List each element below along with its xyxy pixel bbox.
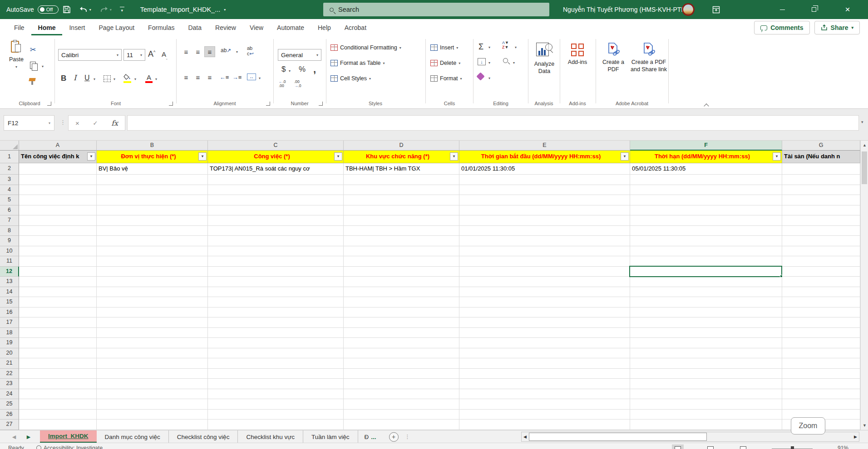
cell-F26[interactable] (630, 410, 782, 420)
undo-button[interactable]: ▾ (75, 0, 95, 19)
cell-C25[interactable] (208, 399, 344, 410)
italic-button[interactable]: I (74, 74, 76, 82)
cell-E8[interactable] (459, 226, 630, 236)
cell-A26[interactable] (19, 410, 97, 420)
cell-A19[interactable] (19, 338, 97, 348)
select-all-corner[interactable] (0, 141, 19, 151)
cell-D21[interactable] (344, 358, 459, 369)
cell-E20[interactable] (459, 348, 630, 359)
cell-A15[interactable] (19, 297, 97, 307)
increase-font-size-button[interactable]: A^ (148, 50, 155, 58)
cell-B6[interactable] (97, 205, 208, 216)
fill-button[interactable]: ↓ (478, 58, 486, 65)
percent-style-button[interactable]: % (299, 65, 306, 73)
cell-G19[interactable] (782, 338, 860, 348)
cell-A1[interactable]: Tên công việc định k▾ (19, 151, 97, 163)
align-left-button[interactable]: ≡ (181, 72, 192, 83)
cell-B22[interactable] (97, 369, 208, 379)
cell-A5[interactable] (19, 195, 97, 205)
cell-F22[interactable] (630, 369, 782, 379)
row-header-14[interactable]: 14 (0, 287, 19, 298)
cell-B13[interactable] (97, 277, 208, 287)
merge-center-button[interactable]: ↔ (247, 73, 256, 80)
cell-D10[interactable] (344, 246, 459, 257)
cell-B8[interactable] (97, 226, 208, 236)
cell-E10[interactable] (459, 246, 630, 257)
cell-G13[interactable] (782, 277, 860, 287)
cell-D23[interactable] (344, 379, 459, 389)
cell-B2[interactable]: BV| Bảo vệ (97, 163, 208, 175)
cell-C17[interactable] (208, 317, 344, 328)
cell-B11[interactable] (97, 256, 208, 267)
name-box[interactable]: F12 ▾ (4, 115, 54, 131)
cell-C8[interactable] (208, 226, 344, 236)
cell-E24[interactable] (459, 389, 630, 400)
cell-C10[interactable] (208, 246, 344, 257)
cell-A11[interactable] (19, 256, 97, 267)
ribbon-tab-acrobat[interactable]: Acrobat (338, 20, 373, 35)
sheet-tab-import_khdk[interactable]: Import_KHDK (40, 430, 97, 443)
cell-G6[interactable] (782, 205, 860, 216)
clear-dropdown-icon[interactable]: ▾ (488, 76, 490, 80)
cell-G16[interactable] (782, 307, 860, 318)
cell-E25[interactable] (459, 399, 630, 410)
cell-D5[interactable] (344, 195, 459, 205)
filter-dropdown-A[interactable]: ▾ (87, 152, 95, 161)
cell-A14[interactable] (19, 287, 97, 298)
cell-D13[interactable] (344, 277, 459, 287)
selected-cell-F12[interactable] (629, 266, 782, 278)
insert-function-icon[interactable]: fx (111, 119, 118, 127)
sheet-tab-truncated[interactable]: Đ... (358, 430, 383, 443)
row-header-6[interactable]: 6 (0, 205, 19, 216)
cell-F21[interactable] (630, 358, 782, 369)
cell-D1[interactable]: Khu vực chức năng (*)▾ (344, 151, 459, 163)
cell-B9[interactable] (97, 236, 208, 246)
formula-bar-drag-handle[interactable]: ⋮ (60, 119, 66, 126)
column-header-F[interactable]: F (630, 141, 782, 151)
cell-C27[interactable] (208, 420, 344, 430)
cell-G24[interactable] (782, 389, 860, 400)
analyze-data-button[interactable]: Analyze Data (530, 43, 558, 75)
column-header-E[interactable]: E (459, 141, 630, 151)
redo-button[interactable]: ▾ (95, 0, 116, 19)
close-button[interactable]: × (837, 0, 858, 19)
cell-B10[interactable] (97, 246, 208, 257)
cell-E5[interactable] (459, 195, 630, 205)
cell-D26[interactable] (344, 410, 459, 420)
cell-F15[interactable] (630, 297, 782, 307)
vertical-scrollbar[interactable]: ▲ ▼ (860, 141, 868, 430)
cell-D11[interactable] (344, 256, 459, 267)
cell-B20[interactable] (97, 348, 208, 359)
row-header-13[interactable]: 13 (0, 277, 19, 287)
new-sheet-button[interactable]: + (389, 432, 399, 442)
cell-A25[interactable] (19, 399, 97, 410)
cell-F3[interactable] (630, 175, 782, 185)
scroll-right-icon[interactable]: ▶ (852, 433, 859, 441)
formula-input[interactable] (127, 115, 859, 131)
cell-G3[interactable] (782, 175, 860, 185)
font-color-button[interactable]: A (145, 73, 153, 83)
cell-G7[interactable] (782, 215, 860, 226)
cell-G25[interactable] (782, 399, 860, 410)
row-header-9[interactable]: 9 (0, 236, 19, 246)
format-painter-button[interactable] (29, 78, 37, 85)
cell-B3[interactable] (97, 175, 208, 185)
bottom-align-button[interactable]: ≡ (204, 46, 215, 57)
cell-F20[interactable] (630, 348, 782, 359)
cell-A2[interactable] (19, 163, 97, 175)
insert-cells-button[interactable]: Insert ▾ (430, 44, 458, 51)
copy-dropdown-icon[interactable]: ▾ (42, 64, 44, 68)
cell-C4[interactable] (208, 185, 344, 195)
cell-C7[interactable] (208, 215, 344, 226)
cell-F5[interactable] (630, 195, 782, 205)
cell-E16[interactable] (459, 307, 630, 318)
filter-dropdown-B[interactable]: ▾ (198, 152, 207, 161)
increase-indent-button[interactable]: →≡ (232, 72, 242, 83)
cell-E9[interactable] (459, 236, 630, 246)
clipboard-dialog-launcher[interactable] (47, 102, 51, 106)
cell-F6[interactable] (630, 205, 782, 216)
cell-D3[interactable] (344, 175, 459, 185)
cell-F19[interactable] (630, 338, 782, 348)
cell-C19[interactable] (208, 338, 344, 348)
cell-F14[interactable] (630, 287, 782, 298)
